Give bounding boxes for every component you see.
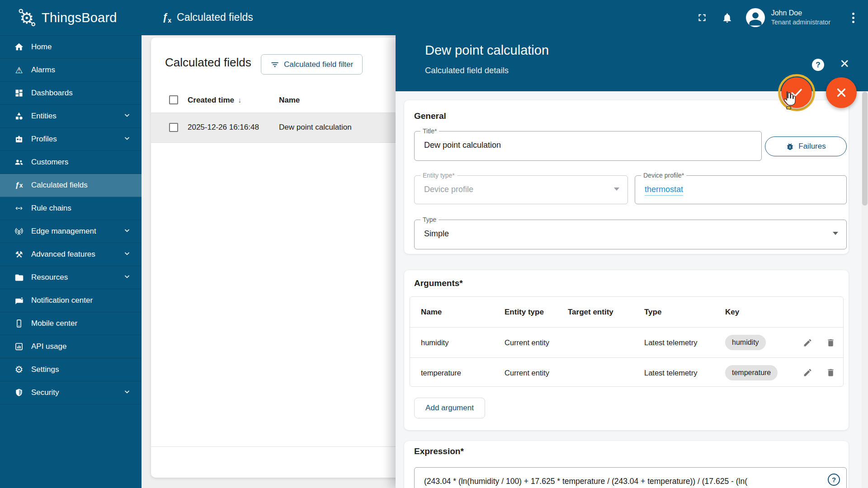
failures-button[interactable]: Failures [765, 136, 847, 156]
delete-argument-icon[interactable] [825, 367, 836, 379]
dashboards-icon [14, 88, 24, 99]
argument-row-temperature: temperature Current entity Latest teleme… [410, 357, 843, 387]
device-profile-link[interactable]: thermostat [645, 185, 683, 196]
page-title-block: ƒx Calculated fields [162, 11, 253, 24]
expression-field[interactable]: (243.04 * (ln(humidity / 100) + 17.625 *… [414, 467, 847, 488]
sidebar-item-resources[interactable]: Resources [0, 266, 142, 289]
chevron-down-icon [123, 135, 131, 144]
edit-argument-icon[interactable] [802, 367, 813, 379]
row-checkbox[interactable] [169, 123, 178, 132]
title-field[interactable]: Title* Dew point calculation [414, 131, 762, 161]
filter-icon [270, 60, 279, 69]
expression-section: Expression* (243.04 * (ln(humidity / 100… [404, 441, 849, 488]
sidebar-item-notification-center[interactable]: Notification center [0, 289, 142, 312]
fx-icon: ƒx [162, 11, 171, 24]
entity-type-value: Device profile [424, 185, 473, 194]
sidebar-item-customers[interactable]: Customers [0, 151, 142, 174]
discard-changes-button[interactable] [826, 77, 857, 108]
page-title: Calculated fields [177, 11, 253, 23]
edit-argument-icon[interactable] [802, 337, 813, 348]
sidebar-item-edge-management[interactable]: Edge management [0, 220, 142, 243]
advanced-features-icon: ⚒ [14, 249, 24, 260]
type-select[interactable]: Type Simple [414, 220, 847, 249]
chevron-down-icon [123, 388, 131, 397]
calculated-field-filter-button[interactable]: Calculated field filter [261, 54, 363, 75]
row-name: Dew point calculation [279, 123, 352, 132]
entity-type-label: Entity type* [420, 172, 457, 179]
sidebar-item-api-usage[interactable]: API usage [0, 335, 142, 358]
column-created-time[interactable]: Created time↓ [188, 96, 241, 105]
edge-icon [14, 226, 24, 237]
sidebar-item-rule-chains[interactable]: Rule chains [0, 197, 142, 220]
entity-type-select: Entity type* Device profile [414, 175, 628, 204]
select-all-checkbox[interactable] [169, 95, 178, 104]
dropdown-arrow-icon [833, 232, 838, 235]
user-menu[interactable]: John Doe Tenant administrator [746, 8, 830, 27]
chevron-down-icon [123, 227, 131, 236]
notification-center-icon [14, 295, 24, 306]
top-bar: ⚙ ThingsBoard ƒx Calculated fields [0, 0, 868, 35]
add-argument-button[interactable]: Add argument [414, 398, 485, 418]
table-title: Calculated fields [165, 56, 251, 70]
sidebar-item-dashboards[interactable]: Dashboards [0, 82, 142, 105]
sidebar-item-alarms[interactable]: ⚠ Alarms [0, 59, 142, 82]
more-options-icon[interactable] [850, 11, 856, 25]
mobile-icon [14, 318, 24, 329]
argument-key-chip: temperature [725, 365, 778, 380]
argument-entity-type: Current entity [505, 368, 549, 377]
brand[interactable]: ⚙ ThingsBoard [0, 8, 142, 28]
entities-icon [14, 111, 24, 122]
customers-icon [14, 157, 24, 168]
title-field-label: Title* [420, 127, 439, 135]
sidebar-item-profiles[interactable]: Profiles [0, 128, 142, 151]
expression-help-icon[interactable]: ? [828, 474, 840, 486]
argument-type: Latest telemetry [644, 338, 697, 347]
details-scrollbar[interactable] [862, 91, 868, 488]
arguments-heading: Arguments* [414, 278, 463, 288]
mouse-cursor [781, 90, 797, 111]
resources-folder-icon [14, 272, 24, 283]
device-profile-label: Device profile* [641, 172, 686, 179]
arguments-table: Name Entity type Target entity Type Key … [410, 296, 844, 387]
details-title: Dew point calculation [425, 43, 549, 58]
argument-type: Latest telemetry [644, 368, 697, 377]
sort-desc-icon: ↓ [238, 96, 241, 104]
x-icon [835, 86, 848, 99]
topbar-actions: John Doe Tenant administrator [695, 0, 868, 35]
sidebar-item-entities[interactable]: Entities [0, 105, 142, 128]
sidebar-item-home[interactable]: Home [0, 36, 142, 59]
argument-key-chip: humidity [725, 335, 766, 350]
rule-chains-icon [14, 203, 24, 214]
general-heading: General [414, 111, 446, 121]
general-section: General Title* Dew point calculation Fai… [404, 100, 849, 254]
expression-heading: Expression* [414, 446, 464, 456]
device-profile-field: Device profile* thermostat [635, 175, 847, 204]
security-shield-icon [14, 387, 24, 398]
chevron-down-icon [123, 273, 131, 282]
notifications-bell-icon[interactable] [721, 11, 734, 24]
help-icon[interactable]: ? [812, 59, 824, 71]
settings-gear-icon: ⚙ [14, 364, 24, 375]
sidebar-item-mobile-center[interactable]: Mobile center [0, 312, 142, 335]
argument-name: temperature [421, 368, 461, 377]
sidebar-item-settings[interactable]: ⚙ Settings [0, 358, 142, 381]
delete-argument-icon[interactable] [825, 337, 836, 348]
thingsboard-logo-icon: ⚙ [17, 8, 37, 28]
arguments-section: Arguments* Name Entity type Target entit… [404, 270, 849, 430]
api-usage-icon [14, 341, 24, 352]
profiles-icon [14, 134, 24, 145]
arguments-header-row: Name Entity type Target entity Type Key [410, 297, 843, 328]
sidebar-item-advanced-features[interactable]: ⚒ Advanced features [0, 243, 142, 266]
chevron-down-icon [123, 112, 131, 121]
close-icon[interactable]: ✕ [840, 58, 849, 70]
title-field-value: Dew point calculation [424, 141, 501, 150]
alarm-warning-icon: ⚠ [14, 65, 24, 75]
sidebar-item-security[interactable]: Security [0, 381, 142, 404]
sidebar-item-calculated-fields[interactable]: ƒx Calculated fields [0, 174, 142, 197]
user-name: John Doe [771, 9, 830, 18]
fullscreen-icon[interactable] [695, 11, 709, 24]
scrollbar-thumb[interactable] [862, 92, 868, 206]
brand-name: ThingsBoard [42, 10, 117, 25]
user-role: Tenant administrator [771, 18, 830, 27]
column-name[interactable]: Name [279, 96, 300, 105]
